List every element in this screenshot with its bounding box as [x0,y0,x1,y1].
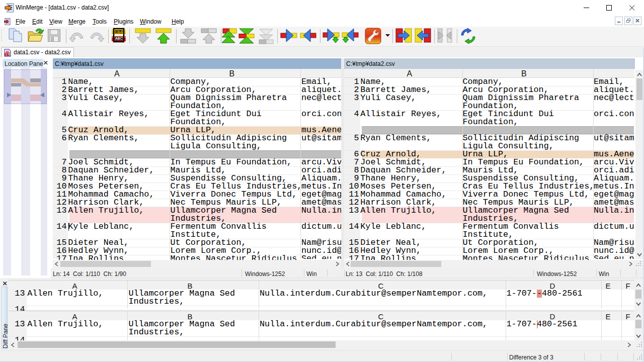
svg-text:ABC: ABC [115,37,123,40]
svg-text:CBA: CBA [115,30,123,34]
